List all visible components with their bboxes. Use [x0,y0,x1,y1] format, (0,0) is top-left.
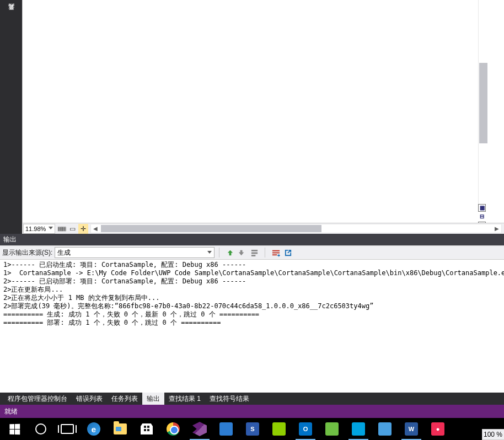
bottom-tab-4[interactable]: 查找结果 1 [164,393,205,405]
bottom-tab-0[interactable]: 程序包管理器控制台 [3,393,72,405]
chevron-down-icon [49,227,53,229]
notepad-icon [378,422,392,436]
taskbar-edge[interactable]: e [81,418,107,440]
designer-canvas[interactable]: ▦ ⊟ ⧉ [23,0,504,223]
chrome-icon [167,422,180,436]
collapse-icon[interactable]: ⊟ [478,213,486,221]
next-message-icon[interactable] [236,246,248,259]
taskbar-explorer[interactable] [107,418,133,440]
scroll-left-icon[interactable]: ◀ [91,226,100,232]
output-source-label: 显示输出来源(S): [2,248,52,257]
skype-business-icon: S [246,422,259,436]
toggle-wrap-icon[interactable] [270,246,282,259]
output-text[interactable]: 1>------ 已启动生成: 项目: CortanaSample, 配置: D… [0,260,504,393]
output-toolbar: 显示输出来源(S): 生成 [0,245,504,260]
goto-code-icon[interactable] [282,246,294,259]
store-icon [141,423,153,434]
taskbar: eSOW● [0,418,504,440]
windows-icon [9,423,20,434]
taskbar-chrome[interactable] [160,418,186,440]
bottom-tab-3[interactable]: 输出 [142,393,164,405]
bottom-tab-1[interactable]: 错误列表 [72,393,107,405]
output-panel-title[interactable]: 输出 [0,234,504,245]
horizontal-scroll-thumb[interactable] [101,225,321,232]
statusbar: 就绪 [0,405,504,418]
prev-message-icon[interactable] [224,246,236,259]
zoom-combo[interactable]: 11.98% [23,224,55,234]
taskbar-store[interactable] [133,418,160,440]
taskbar-visual-studio[interactable] [186,418,213,440]
separator [265,248,265,257]
scroll-right-icon[interactable]: ▶ [492,226,501,232]
taskbar-recorder[interactable]: ● [425,418,451,440]
taskbar-cortana[interactable] [28,418,54,440]
taskbar-skype-business[interactable]: S [239,418,266,440]
toolstrip-toolbox[interactable]: 工具箱 [7,11,15,18]
visual-studio-icon [192,422,207,436]
chevron-down-icon [207,251,212,254]
taskbar-notepad[interactable] [372,418,398,440]
snap-toggle-icon[interactable]: ⧉ [478,222,486,223]
taskbar-outlook[interactable]: O [292,418,319,440]
taskbar-word[interactable]: W [398,418,425,440]
taskview-icon [61,424,74,434]
taskbar-evernote[interactable] [319,418,345,440]
app-cyan-icon [352,422,365,436]
taskbar-app-blue[interactable] [213,418,239,440]
word-icon: W [405,422,418,436]
recorder-icon: ● [431,422,444,436]
edge-icon: e [87,422,100,436]
app-blue-icon [219,422,233,436]
cortana-icon [35,423,46,434]
bottom-tab-5[interactable]: 查找符号结果 [205,393,254,405]
designer-panel: ▦ ⊟ ⧉ 11.98% ▦▦ ▭ ✛ ◀ ▶ 100 % [22,0,504,234]
side-toolstrip: 服务器资源管理器 工具箱 [0,0,22,234]
bottom-tabs: 程序包管理器控制台错误列表任务列表输出查找结果 1查找符号结果 [0,393,504,405]
output-source-combo[interactable]: 生成 [55,247,215,258]
taskbar-sticky[interactable] [266,418,292,440]
fit-icon[interactable]: ▭ [67,224,77,234]
separator [219,248,219,257]
taskbar-taskview[interactable] [54,418,81,440]
taskbar-app-cyan[interactable] [345,418,372,440]
clear-all-icon[interactable] [248,246,260,259]
output-panel: 输出 显示输出来源(S): 生成 1>------ 已启动生成: 项目: Cor… [0,234,504,393]
bottom-tab-2[interactable]: 任务列表 [107,393,142,405]
outlook-icon: O [299,422,312,436]
zoom-right-label[interactable]: 100 % [482,429,504,440]
folder-icon [114,423,127,434]
vertical-scroll-thumb[interactable] [479,63,487,143]
vertical-scrollbar[interactable] [478,0,487,212]
designer-toolbar: 11.98% ▦▦ ▭ ✛ ◀ ▶ 100 % [23,223,504,234]
snap-grid-icon[interactable]: ✛ [78,224,88,234]
effects-toggle-icon[interactable]: ▦ [478,204,486,212]
grid-toggle-icon[interactable]: ▦▦ [56,224,66,234]
zoom-value: 11.98% [25,226,46,232]
output-source-value: 生成 [57,248,71,257]
evernote-icon [325,422,339,436]
toolstrip-server-explorer[interactable]: 服务器资源管理器 [7,1,15,8]
horizontal-scrollbar[interactable]: ◀ ▶ [90,224,502,233]
status-text: 就绪 [4,407,18,416]
sticky-icon [272,422,286,436]
taskbar-start[interactable] [1,418,28,440]
